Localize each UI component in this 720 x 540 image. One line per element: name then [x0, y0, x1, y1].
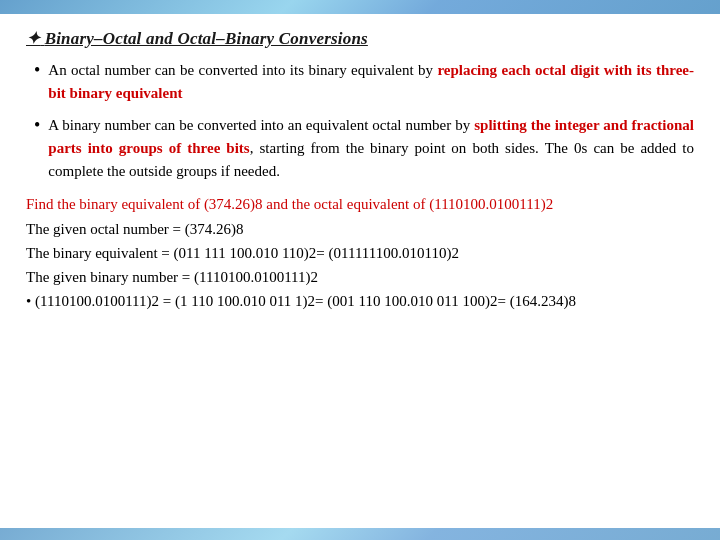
bullet-dot-1: • [34, 60, 40, 82]
line-3: The binary equivalent = (011 111 100.010… [26, 242, 694, 265]
content-area: ✦ Binary–Octal and Octal–Binary Conversi… [22, 28, 698, 314]
bullet-section: • An octal number can be converted into … [34, 59, 694, 183]
title-text: Binary–Octal and Octal–Binary Conversion… [45, 29, 368, 48]
bottom-decoration [0, 528, 720, 540]
bullet-item-1: • An octal number can be converted into … [34, 59, 694, 106]
slide-title: ✦ Binary–Octal and Octal–Binary Conversi… [26, 28, 694, 49]
plain-section: Find the binary equivalent of (374.26)8 … [26, 193, 694, 313]
bullet2-plain-start: A binary number can be converted into an… [48, 117, 474, 133]
title-checkmark: ✦ [26, 29, 40, 48]
top-decoration [0, 0, 720, 14]
line-5: • (1110100.0100111)2 = (1 110 100.010 01… [26, 290, 694, 313]
bullet-dot-2: • [34, 115, 40, 137]
line-4: The given binary number = (1110100.01001… [26, 266, 694, 289]
line-1: Find the binary equivalent of (374.26)8 … [26, 193, 694, 216]
slide-container: ✦ Binary–Octal and Octal–Binary Conversi… [0, 0, 720, 540]
line-2: The given octal number = (374.26)8 [26, 218, 694, 241]
bullet1-plain-start: An octal number can be converted into it… [48, 62, 437, 78]
bullet-text-1: An octal number can be converted into it… [48, 59, 694, 106]
bullet-text-2: A binary number can be converted into an… [48, 114, 694, 184]
bullet-item-2: • A binary number can be converted into … [34, 114, 694, 184]
